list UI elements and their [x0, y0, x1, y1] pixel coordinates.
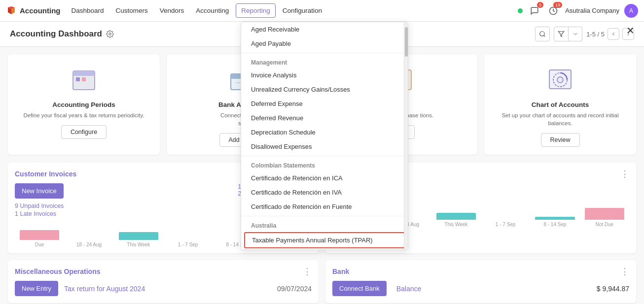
page-title: Accounting Dashboard [10, 29, 114, 39]
disallowed-expenses-item[interactable]: Disallowed Expenses [241, 139, 408, 154]
activity-button[interactable]: 19 [546, 4, 560, 18]
tax-return-link[interactable]: Tax return for August 2024 [64, 285, 145, 293]
unpaid-invoices-link[interactable]: 9 Unpaid Invoices [15, 203, 64, 209]
depreciation-schedule-item[interactable]: Depreciation Schedule [241, 125, 408, 139]
card-illustration-chart [492, 63, 628, 97]
nav-reporting[interactable]: Reporting [236, 3, 276, 18]
pagination-prev[interactable] [608, 28, 619, 40]
tpar-highlighted-container: Taxable Payments Annual Reports (TPAR) [244, 232, 405, 248]
second-widgets-row: Miscellaneous Operations ⋮ New Entry Tax… [8, 260, 636, 303]
management-section-label: Management [241, 55, 408, 68]
certificado-ica-item[interactable]: Certificado de Retención en ICA [241, 171, 408, 185]
svg-point-22 [557, 77, 563, 83]
nav-customers[interactable]: Customers [111, 4, 153, 17]
activity-badge: 19 [553, 2, 562, 8]
svg-marker-4 [558, 32, 564, 37]
nav-configuration[interactable]: Configuration [278, 4, 327, 17]
settings-icon[interactable] [106, 30, 114, 38]
widget-body-misc: New Entry Tax return for August 2024 09/… [8, 281, 319, 303]
svg-rect-9 [88, 77, 92, 81]
user-avatar[interactable]: A [624, 4, 638, 18]
late-invoices-link[interactable]: 1 Late Invoices [15, 210, 64, 217]
new-entry-button[interactable]: New Entry [15, 281, 58, 296]
widget-header-bank: Bank ⋮ [325, 260, 636, 281]
app-logo[interactable]: Accounting [6, 5, 61, 16]
card-illustration-periods [16, 63, 152, 97]
deferred-revenue-item[interactable]: Deferred Revenue [241, 111, 408, 125]
unrealized-currency-item[interactable]: Unrealized Currency Gains/Losses [241, 82, 408, 97]
tpar-item[interactable]: Taxable Payments Annual Reports (TPAR) [245, 233, 404, 247]
widget-header-misc: Miscellaneous Operations ⋮ [8, 260, 319, 281]
misc-operations-widget: Miscellaneous Operations ⋮ New Entry Tax… [8, 260, 319, 303]
new-invoice-button[interactable]: New Invoice [15, 183, 64, 199]
page-header-right: 1-5 / 5 [535, 27, 634, 41]
svg-rect-6 [73, 71, 95, 76]
company-name: Asutralia Company [565, 7, 619, 14]
certificado-iva-item[interactable]: Certificado de Retención en IVA [241, 185, 408, 200]
close-button[interactable]: ✕ [621, 22, 639, 39]
balance-amount: $ 9,944.87 [597, 285, 629, 293]
widget-body-bank: Connect Bank Balance $ 9,944.87 [325, 281, 636, 300]
card-title-chart: Chart of Accounts [492, 101, 628, 108]
svg-rect-7 [76, 77, 80, 81]
card-desc-chart: Set up your chart of accounts and record… [492, 111, 628, 127]
customer-invoices-title: Customer Invoices [15, 170, 76, 178]
svg-point-2 [540, 32, 544, 36]
status-indicator [518, 8, 523, 13]
messages-badge: 5 [537, 2, 543, 8]
svg-line-3 [544, 35, 545, 37]
misc-ops-title: Miscellaneous Operations [15, 268, 101, 275]
bank-widget: Bank ⋮ Connect Bank Balance $ 9,944.87 [325, 260, 636, 303]
card-title-periods: Accounting Periods [16, 101, 152, 108]
svg-point-1 [109, 33, 111, 35]
tax-return-date: 09/07/2024 [277, 285, 312, 293]
reporting-dropdown: Aged Receivable Aged Payable Management … [241, 22, 408, 250]
svg-rect-8 [82, 77, 86, 81]
invoice-links: 9 Unpaid Invoices 1 Late Invoices [15, 203, 64, 217]
aged-receivable-item[interactable]: Aged Receivable [241, 22, 408, 36]
aged-payable-item[interactable]: Aged Payable [241, 36, 408, 51]
bank-menu-button[interactable]: ⋮ [620, 266, 629, 277]
configure-button[interactable]: Configure [61, 125, 107, 139]
australia-section-label: Australia [241, 218, 408, 231]
nav-dashboard[interactable]: Dashboard [67, 4, 109, 17]
colombian-section-label: Colombian Statements [241, 158, 408, 171]
bank-title: Bank [332, 268, 349, 275]
balance-label[interactable]: Balance [396, 285, 422, 293]
deferred-expense-item[interactable]: Deferred Expense [241, 97, 408, 111]
card-accounting-periods: Accounting Periods Define your fiscal ye… [8, 55, 160, 155]
review-button[interactable]: Review [541, 133, 580, 147]
filter-button[interactable] [554, 27, 569, 41]
invoice-analysis-item[interactable]: Invoice Analysis [241, 68, 408, 82]
bills-menu-button[interactable]: ⋮ [620, 169, 629, 179]
card-desc-periods: Define your fiscal years & tax returns p… [16, 111, 152, 119]
messages-button[interactable]: 5 [528, 4, 541, 18]
misc-menu-button[interactable]: ⋮ [303, 266, 312, 277]
nav-accounting[interactable]: Accounting [191, 4, 234, 17]
topnav-right: 5 19 Asutralia Company A [518, 4, 638, 18]
certificado-fuente-item[interactable]: Certificado de Retención en Fuente [241, 200, 408, 214]
card-chart-accounts: Chart of Accounts Set up your chart of a… [484, 55, 636, 155]
filter-dropdown-button[interactable] [569, 27, 582, 41]
top-navigation: Accounting Dashboard Customers Vendors A… [0, 0, 644, 22]
search-button[interactable] [535, 27, 550, 41]
nav-vendors[interactable]: Vendors [155, 4, 189, 17]
svg-rect-10 [76, 83, 80, 86]
connect-bank-button[interactable]: Connect Bank [332, 281, 387, 296]
